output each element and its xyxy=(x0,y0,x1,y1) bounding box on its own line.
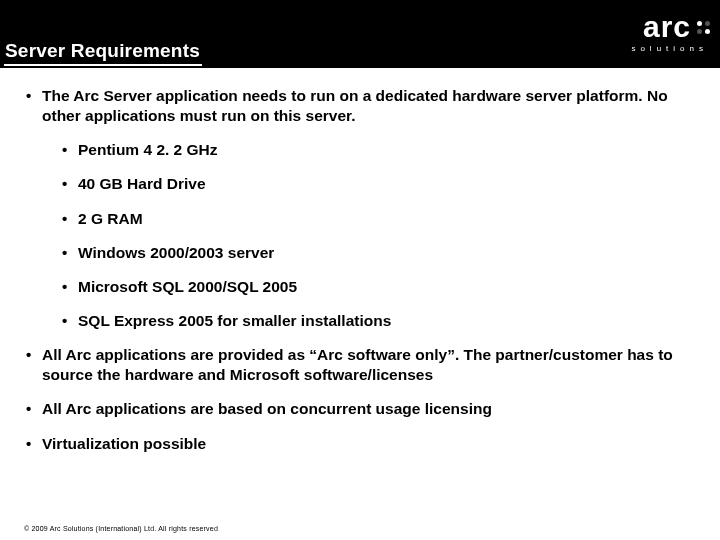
list-item: Pentium 4 2. 2 GHz xyxy=(58,140,698,160)
slide-body: The Arc Server application needs to run … xyxy=(0,68,720,454)
logo: arc solutions xyxy=(610,6,710,58)
logo-dots-icon xyxy=(697,21,710,34)
bullet-text: All Arc applications are based on concur… xyxy=(42,400,492,417)
bullet-text: The Arc Server application needs to run … xyxy=(42,87,668,124)
logo-main: arc xyxy=(643,12,710,42)
bullet-text: 2 G RAM xyxy=(78,210,143,227)
list-item: Windows 2000/2003 server xyxy=(58,243,698,263)
header-bar: Server Requirements arc solutions xyxy=(0,0,720,68)
logo-subtitle: solutions xyxy=(631,44,708,53)
bullet-text: Windows 2000/2003 server xyxy=(78,244,274,261)
list-item: The Arc Server application needs to run … xyxy=(22,86,698,331)
sub-bullet-list: Pentium 4 2. 2 GHz 40 GB Hard Drive 2 G … xyxy=(42,140,698,331)
list-item: All Arc applications are based on concur… xyxy=(22,399,698,419)
list-item: Virtualization possible xyxy=(22,434,698,454)
bullet-text: SQL Express 2005 for smaller installatio… xyxy=(78,312,391,329)
bullet-text: Microsoft SQL 2000/SQL 2005 xyxy=(78,278,297,295)
list-item: All Arc applications are provided as “Ar… xyxy=(22,345,698,385)
list-item: 2 G RAM xyxy=(58,209,698,229)
bullet-text: All Arc applications are provided as “Ar… xyxy=(42,346,673,383)
list-item: SQL Express 2005 for smaller installatio… xyxy=(58,311,698,331)
bullet-list: The Arc Server application needs to run … xyxy=(22,86,698,454)
bullet-text: 40 GB Hard Drive xyxy=(78,175,206,192)
list-item: Microsoft SQL 2000/SQL 2005 xyxy=(58,277,698,297)
bullet-text: Virtualization possible xyxy=(42,435,206,452)
slide: Server Requirements arc solutions The Ar… xyxy=(0,0,720,540)
list-item: 40 GB Hard Drive xyxy=(58,174,698,194)
page-title: Server Requirements xyxy=(4,40,202,66)
logo-text: arc xyxy=(643,12,691,42)
bullet-text: Pentium 4 2. 2 GHz xyxy=(78,141,218,158)
copyright-footer: © 2009 Arc Solutions (International) Ltd… xyxy=(24,525,218,532)
